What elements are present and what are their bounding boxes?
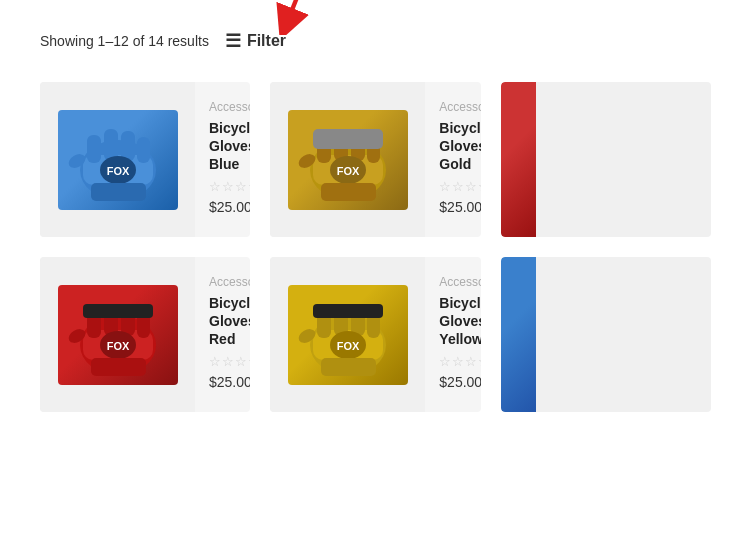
partial-image-red bbox=[501, 82, 536, 237]
star3: ☆ bbox=[465, 354, 477, 369]
star2: ☆ bbox=[222, 179, 234, 194]
category-gold: Accessories bbox=[439, 100, 480, 114]
product-name-blue: Bicycle GlovesBlue bbox=[209, 119, 250, 174]
product-info-blue: Accessories Bicycle GlovesBlue ☆ ☆ ☆ ☆ ☆… bbox=[195, 82, 250, 237]
svg-text:FOX: FOX bbox=[106, 340, 129, 352]
svg-text:FOX: FOX bbox=[106, 165, 129, 177]
products-grid: FOX Accessories Bicycle GlovesBlue ☆ ☆ ☆… bbox=[40, 82, 711, 412]
product-image-gold: FOX bbox=[270, 82, 425, 237]
page-wrapper: Showing 1–12 of 14 results ☰ Filter bbox=[0, 0, 751, 432]
filter-icon: ☰ bbox=[225, 30, 241, 52]
svg-text:FOX: FOX bbox=[337, 340, 360, 352]
svg-rect-6 bbox=[121, 131, 135, 161]
product-info-gold: Accessories Bicycle GlovesGold ☆ ☆ ☆ ☆ ☆… bbox=[425, 82, 480, 237]
star4: ☆ bbox=[248, 179, 250, 194]
svg-rect-22 bbox=[321, 183, 376, 201]
product-info-yellow: Accessories Bicycle GlovesYellow ☆ ☆ ☆ ☆… bbox=[425, 257, 480, 412]
svg-rect-44 bbox=[321, 358, 376, 376]
star2: ☆ bbox=[452, 179, 464, 194]
category-red: Accessories bbox=[209, 275, 250, 289]
star3: ☆ bbox=[235, 354, 247, 369]
star1: ☆ bbox=[209, 354, 221, 369]
svg-rect-30 bbox=[83, 304, 153, 318]
product-name-gold: Bicycle GlovesGold bbox=[439, 119, 480, 174]
stars-gold: ☆ ☆ ☆ ☆ ☆ bbox=[439, 179, 480, 194]
product-card-blue[interactable]: FOX Accessories Bicycle GlovesBlue ☆ ☆ ☆… bbox=[40, 82, 250, 237]
filter-button[interactable]: ☰ Filter bbox=[225, 30, 286, 52]
showing-text: Showing 1–12 of 14 results bbox=[40, 33, 209, 49]
glove-image-yellow: FOX bbox=[288, 285, 408, 385]
star4: ☆ bbox=[478, 179, 480, 194]
svg-rect-33 bbox=[91, 358, 146, 376]
star3: ☆ bbox=[465, 179, 477, 194]
star2: ☆ bbox=[452, 354, 464, 369]
product-info-red: Accessories Bicycle Gloves Red ☆ ☆ ☆ ☆ ☆… bbox=[195, 257, 250, 412]
star1: ☆ bbox=[439, 354, 451, 369]
partial-card-blue bbox=[501, 257, 711, 412]
product-image-yellow: FOX bbox=[270, 257, 425, 412]
star2: ☆ bbox=[222, 354, 234, 369]
product-image-red: FOX bbox=[40, 257, 195, 412]
star4: ☆ bbox=[248, 354, 250, 369]
toolbar: Showing 1–12 of 14 results ☰ Filter bbox=[40, 20, 711, 52]
category-yellow: Accessories bbox=[439, 275, 480, 289]
stars-red: ☆ ☆ ☆ ☆ ☆ bbox=[209, 354, 250, 369]
star3: ☆ bbox=[235, 179, 247, 194]
stars-yellow: ☆ ☆ ☆ ☆ ☆ bbox=[439, 354, 480, 369]
svg-rect-7 bbox=[137, 137, 150, 163]
svg-line-1 bbox=[286, 0, 308, 25]
svg-rect-4 bbox=[87, 135, 101, 163]
product-name-yellow: Bicycle GlovesYellow bbox=[439, 294, 480, 349]
svg-rect-11 bbox=[91, 183, 146, 201]
glove-image-red: FOX bbox=[58, 285, 178, 385]
svg-text:FOX: FOX bbox=[337, 165, 360, 177]
glove-image-blue: FOX bbox=[58, 110, 178, 210]
filter-label: Filter bbox=[247, 32, 286, 50]
glove-image-gold: FOX bbox=[288, 110, 408, 210]
stars-blue: ☆ ☆ ☆ ☆ ☆ bbox=[209, 179, 250, 194]
star1: ☆ bbox=[209, 179, 221, 194]
product-image-blue: FOX bbox=[40, 82, 195, 237]
product-name-red: Bicycle Gloves Red bbox=[209, 294, 250, 349]
partial-image-blue bbox=[501, 257, 536, 412]
svg-rect-19 bbox=[313, 129, 383, 149]
svg-rect-41 bbox=[313, 304, 383, 318]
product-card-gold[interactable]: FOX Accessories Bicycle GlovesGold ☆ ☆ ☆… bbox=[270, 82, 480, 237]
price-gold: $25.00 bbox=[439, 199, 480, 215]
star1: ☆ bbox=[439, 179, 451, 194]
partial-card-red bbox=[501, 82, 711, 237]
product-card-yellow[interactable]: FOX Accessories Bicycle GlovesYellow ☆ ☆… bbox=[270, 257, 480, 412]
price-blue: $25.00 bbox=[209, 199, 250, 215]
product-card-red[interactable]: FOX Accessories Bicycle Gloves Red ☆ ☆ ☆… bbox=[40, 257, 250, 412]
category-blue: Accessories bbox=[209, 100, 250, 114]
price-yellow: $25.00 bbox=[439, 374, 480, 390]
price-red: $25.00 bbox=[209, 374, 250, 390]
star4: ☆ bbox=[478, 354, 480, 369]
